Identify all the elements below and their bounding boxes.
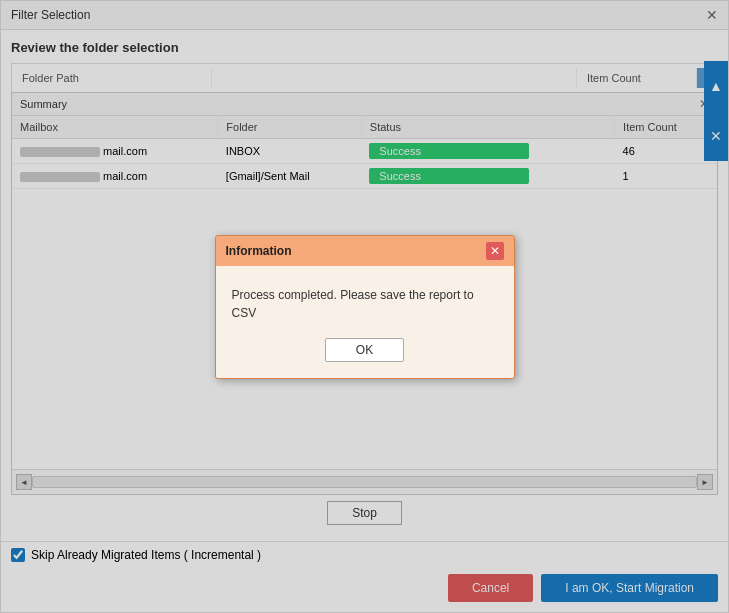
main-window: Filter Selection ✕ Review the folder sel… <box>0 0 729 613</box>
dialog-overlay: Information ✕ Process completed. Please … <box>1 1 728 612</box>
information-dialog: Information ✕ Process completed. Please … <box>215 235 515 379</box>
dialog-ok-button[interactable]: OK <box>325 338 404 362</box>
dialog-close-button[interactable]: ✕ <box>486 242 504 260</box>
dialog-title: Information <box>226 244 292 258</box>
dialog-body: Process completed. Please save the repor… <box>216 266 514 378</box>
dialog-message: Process completed. Please save the repor… <box>232 286 498 322</box>
dialog-title-bar: Information ✕ <box>216 236 514 266</box>
